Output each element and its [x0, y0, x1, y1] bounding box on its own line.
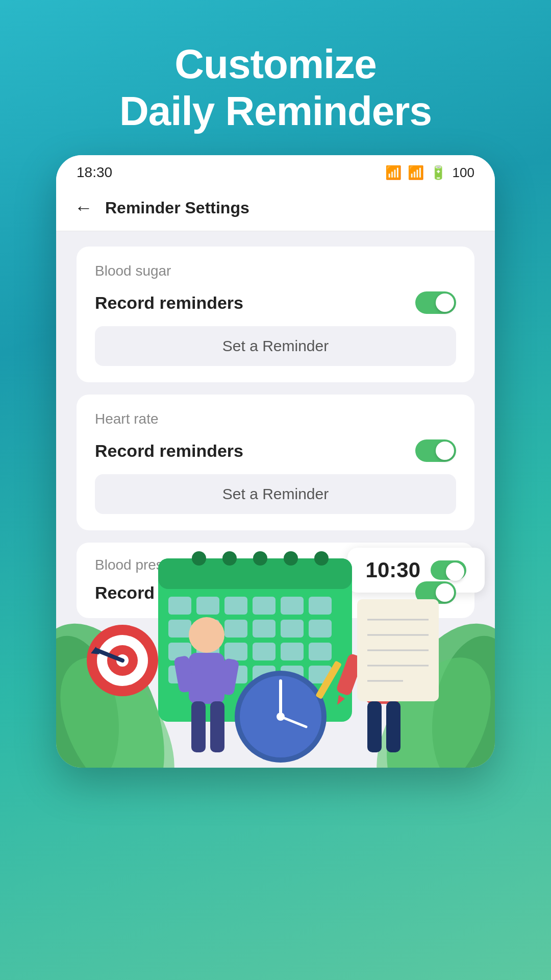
svg-rect-28 [253, 643, 276, 660]
phone-frame: 18:30 📶 📶 🔋 100 ← Reminder Settings Bloo… [56, 155, 495, 768]
svg-rect-14 [196, 597, 219, 615]
svg-rect-15 [224, 597, 247, 615]
status-time: 18:30 [77, 164, 112, 181]
page-title: Customize Daily Reminders [0, 0, 551, 155]
nav-title: Reminder Settings [105, 199, 249, 217]
battery-level: 100 [453, 165, 474, 181]
blood-sugar-reminders-row: Record reminders [95, 291, 456, 314]
svg-point-12 [314, 551, 329, 566]
svg-point-10 [253, 551, 267, 566]
illustration-svg [56, 472, 495, 768]
svg-rect-18 [309, 597, 332, 615]
status-icons: 📶 📶 🔋 100 [385, 165, 474, 181]
nav-bar: ← Reminder Settings [56, 187, 495, 231]
heart-rate-reminders-label: Record reminders [95, 441, 243, 461]
svg-point-9 [222, 551, 237, 566]
svg-rect-21 [224, 620, 247, 638]
svg-rect-19 [168, 620, 191, 638]
svg-rect-17 [281, 597, 304, 615]
svg-point-11 [284, 551, 298, 566]
header-section: Customize Daily Reminders [0, 0, 551, 155]
svg-point-8 [192, 551, 206, 566]
svg-rect-30 [309, 643, 332, 660]
svg-rect-52 [367, 701, 382, 752]
svg-rect-43 [189, 653, 224, 704]
svg-rect-22 [253, 620, 276, 638]
svg-rect-27 [224, 643, 247, 660]
svg-rect-45 [210, 701, 224, 752]
svg-point-42 [189, 617, 224, 653]
heart-rate-toggle[interactable] [415, 439, 456, 462]
blood-sugar-set-reminder-button[interactable]: Set a Reminder [95, 326, 456, 366]
svg-rect-24 [309, 620, 332, 638]
status-bar: 18:30 📶 📶 🔋 100 [56, 155, 495, 187]
svg-rect-13 [168, 597, 191, 615]
blood-sugar-card: Blood sugar Record reminders Set a Remin… [77, 247, 474, 382]
svg-rect-23 [281, 620, 304, 638]
svg-rect-53 [386, 701, 400, 752]
blood-sugar-reminders-label: Record reminders [95, 293, 243, 313]
illustration-area [56, 472, 495, 768]
blood-sugar-toggle[interactable] [415, 291, 456, 314]
svg-rect-29 [281, 643, 304, 660]
blood-sugar-category: Blood sugar [95, 263, 456, 279]
svg-rect-44 [191, 701, 206, 752]
back-button[interactable]: ← [74, 197, 93, 218]
heart-rate-reminders-row: Record reminders [95, 439, 456, 462]
heart-rate-category: Heart rate [95, 411, 456, 427]
svg-rect-16 [253, 597, 276, 615]
battery-icon: 🔋 [430, 165, 446, 181]
signal-icon: 📶 [408, 165, 424, 181]
wifi-icon: 📶 [385, 165, 402, 181]
